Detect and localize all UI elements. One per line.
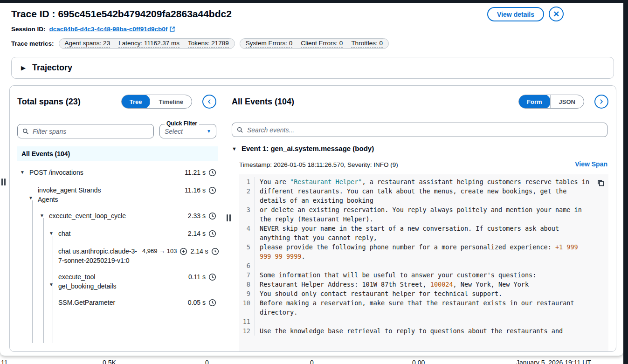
spans-panel-title: Total spans (23) [17,97,121,107]
filter-spans-input[interactable]: Filter spans [17,124,154,138]
toggle-option-form[interactable]: Form [518,95,551,109]
page-right-bar [623,0,628,364]
span-metrics: 0.05 s [188,298,216,307]
line-number: 11 [239,317,255,326]
caret-down-icon: ▼ [232,146,237,151]
event-1-header[interactable]: ▼ Event 1: gen_ai.system.message (body) [232,144,374,152]
line-number: 2 [239,186,255,205]
background-table-row: 110.5K000.00January 5, 2026 19:11 UT [0,359,623,364]
session-id-value: dcac84b6-d4c3-4c48-98ba-c0ff91d9cb0f [49,26,168,33]
code-line: 10Before making a reservation, make sure… [239,298,608,317]
toggle-option-timeline[interactable]: Timeline [150,95,192,109]
clock-icon [208,212,216,220]
span-tree-row[interactable]: SSM.GetParameter0.05 s [49,298,216,307]
view-span-link[interactable]: View Span [575,160,607,168]
code-line: 8Restaurant Helper Address: 101W 87th St… [239,280,608,289]
span-duration: 11.16 s [185,185,206,195]
span-tree-row[interactable]: chat us.anthropic.claude-3-7-sonnet-2025… [49,247,216,265]
line-number: 9 [239,289,255,298]
line-number: 3 [239,205,255,224]
metric-value: Client Errors: 0 [301,40,343,48]
session-row: Session ID: dcac84b6-d4c3-4c48-98ba-c0ff… [11,26,175,33]
chevron-right-icon [599,99,604,104]
split-container: Total spans (23) TreeTimeline Filter spa… [9,85,616,352]
metric-pill-group: System Errors: 0Client Errors: 0Throttle… [240,38,389,49]
line-text: please provide the following phone numbe… [255,242,608,261]
line-number: 1 [239,177,255,186]
search-events-input[interactable]: Search events... [232,123,607,137]
code-line: 5please provide the following phone numb… [239,242,608,261]
panel-resize-handle[interactable] [227,214,231,221]
background-cell: 0.5K [103,359,116,364]
clock-icon [208,230,216,238]
left-resize-handle[interactable] [1,179,6,185]
code-line: 11 [239,317,608,326]
clock-icon [208,169,216,177]
metric-value: System Errors: 0 [246,40,293,48]
tree-timeline-toggle: TreeTimeline [121,95,192,109]
token-count-icon [179,247,187,255]
span-duration: 11.21 s [185,168,206,177]
span-metrics: 2.33 s [188,211,216,220]
tree-guide-line [24,175,24,343]
line-text: You are "Restaurant Helper", a restauran… [255,177,608,186]
quick-filter-select[interactable]: Quick Filter Select ▼ [159,124,216,138]
background-cell: 11 [1,359,8,364]
view-details-label: View details [497,11,534,18]
quick-filter-value: Select [165,128,183,135]
span-tree-row[interactable]: ▼invoke_agent Strands Agents11.16 s [28,185,216,204]
toggle-option-json[interactable]: JSON [550,95,584,109]
line-text [255,261,608,270]
background-cell: 0.00 [412,359,425,364]
trajectory-label: Trajectory [32,63,72,73]
clock-icon [208,273,216,281]
span-tree-row[interactable]: ▼chat2.14 s [49,229,216,240]
line-number: 5 [239,242,255,261]
trace-metrics-row: Trace metrics: Agent spans: 23Latency: 1… [11,38,389,49]
code-line: 9You should only contact restaurant help… [239,289,608,298]
code-line: 1You are "Restaurant Helper", a restaura… [239,177,608,186]
trace-details-modal: Trace ID : 695c451e542b4794209fa2863a44b… [0,3,623,356]
line-text [255,317,608,326]
line-number: 4 [239,224,255,242]
all-events-row[interactable]: All Events (104) [17,146,218,161]
line-text: NEVER skip your name in the start of a n… [255,224,608,242]
line-text: Use the knowledge base retrieval to repl… [255,326,608,336]
line-text: Restaurant Helper Address: 101W 87th Str… [255,280,608,289]
metric-value: Tokens: 21789 [188,40,229,48]
span-tree-row[interactable]: ▼POST /invocations11.21 s [20,168,216,179]
session-id-link[interactable]: dcac84b6-d4c3-4c48-98ba-c0ff91d9cb0f [49,26,176,33]
span-metrics: 2.14 s [188,229,216,238]
form-json-toggle: FormJSON [518,95,584,109]
trajectory-section[interactable]: ▶ Trajectory [11,57,614,79]
expand-right-panel-button[interactable] [594,95,608,109]
code-line: 2different restaurants. You can talk abo… [239,186,608,205]
tree-guide-line [53,287,53,343]
span-duration: 2.14 s [190,247,208,256]
metric-value: Agent spans: 23 [65,40,110,48]
clock-icon [208,299,216,307]
clock-icon [208,186,216,194]
view-details-button[interactable]: View details [487,7,544,21]
span-label: chat us.anthropic.claude-3-7-sonnet-2025… [58,247,138,265]
copy-icon[interactable] [597,179,605,187]
line-text: You should only contact restaurant helpe… [255,289,608,298]
span-tree-row[interactable]: ▼execute_tool get_booking_details0.11 s [49,272,216,291]
quick-filter-label: Quick Filter [165,120,199,127]
span-duration: 2.33 s [188,211,206,220]
metric-value: Latency: 11162.37 ms [118,40,179,48]
events-panel-title: All Events (104) [232,97,518,107]
span-tree-row[interactable]: ▼execute_event_loop_cycle2.33 s [40,211,216,222]
search-icon [22,128,29,135]
span-metrics: 4,969 → 1032.14 s [142,247,219,256]
code-line: 3or delete an existing reservation. You … [239,205,608,224]
collapse-left-panel-button[interactable] [202,95,216,109]
line-number: 7 [239,270,255,280]
span-duration: 0.05 s [188,298,206,307]
code-line: 6 [239,261,608,270]
line-text: or delete an existing reservation. You r… [255,205,608,224]
close-icon[interactable]: ✕ [549,7,564,21]
line-number: 12 [239,326,255,336]
toggle-option-tree[interactable]: Tree [121,95,151,109]
span-duration: 0.11 s [188,272,206,282]
